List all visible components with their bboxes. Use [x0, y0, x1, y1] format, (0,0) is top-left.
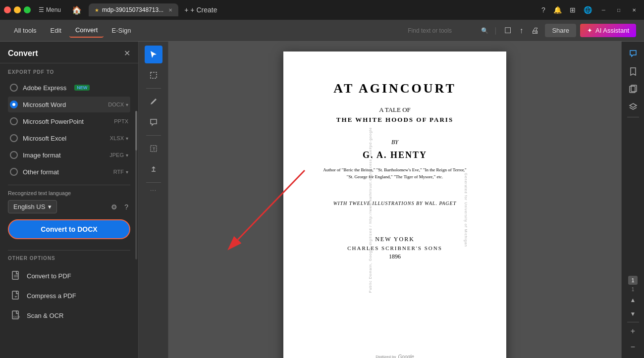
other-radio[interactable]: [10, 168, 18, 176]
powerpoint-option[interactable]: Microsoft PowerPoint PPTX: [8, 113, 130, 129]
sidebar-layers-tool[interactable]: [625, 99, 641, 115]
other-right: RTF ▾: [113, 169, 128, 175]
convert-item[interactable]: Convert: [69, 23, 104, 38]
plus-icon: +: [184, 6, 188, 14]
ai-assistant-button[interactable]: ✦ AI Assistant: [580, 24, 636, 37]
search-input[interactable]: [408, 27, 477, 34]
excel-label: Microsoft Excel: [23, 135, 66, 142]
pdf-credits: Author of "Beric the Briton," "St. Barth…: [323, 166, 466, 181]
help-lang-icon[interactable]: ?: [122, 201, 130, 213]
convert-to-docx-button[interactable]: Convert to DOCX: [8, 219, 130, 239]
marquee-tool[interactable]: [145, 66, 162, 84]
sidebar-pages-tool[interactable]: [625, 81, 641, 97]
image-option[interactable]: Image format JPEG ▾: [8, 147, 130, 163]
other-dropdown-arrow[interactable]: ▾: [126, 169, 128, 175]
svg-rect-6: [151, 72, 157, 78]
sidebar-bookmark-tool[interactable]: [625, 63, 641, 79]
help-icon[interactable]: ?: [539, 4, 547, 16]
image-radio[interactable]: [10, 151, 18, 159]
browser-actions: ? 🔔 ⊞ 🌐 ─ □ ✕: [539, 4, 640, 16]
page-down-button[interactable]: ▼: [625, 308, 641, 320]
svg-text:OCR: OCR: [13, 315, 20, 318]
word-dropdown-arrow[interactable]: ▾: [126, 102, 128, 107]
sidebar-comment-tool[interactable]: [625, 46, 641, 61]
minimize-win-icon[interactable]: ─: [598, 5, 609, 15]
panel-close-button[interactable]: ✕: [124, 49, 130, 58]
app-toolbar: All tools Edit Convert E-Sign 🔍 | ☐ ↑ 🖨 …: [0, 20, 644, 42]
all-tools-item[interactable]: All tools: [8, 24, 43, 37]
image-right: JPEG ▾: [109, 152, 128, 158]
word-label: Microsoft Word: [23, 101, 66, 108]
esign-item[interactable]: E-Sign: [106, 24, 137, 37]
image-dropdown-arrow[interactable]: ▾: [126, 153, 128, 158]
minimize-button[interactable]: [14, 6, 21, 13]
pdf-icon: [10, 270, 22, 282]
pdf-viewer: Public Domain, Google-digitized / http:/…: [168, 42, 621, 358]
bookmark-icon[interactable]: ☐: [502, 24, 513, 37]
apps-icon[interactable]: ⊞: [568, 4, 578, 16]
adobe-express-option[interactable]: Adobe Express NEW: [8, 80, 130, 96]
excel-radio[interactable]: [10, 134, 18, 142]
settings-icon[interactable]: ⚙: [109, 201, 119, 213]
cursor-tool[interactable]: [145, 46, 162, 63]
zoom-in-button[interactable]: +: [625, 324, 641, 338]
ocr-icon: OCR: [10, 309, 22, 321]
other-format-option[interactable]: Other format RTF ▾: [8, 164, 130, 180]
ppt-radio[interactable]: [10, 117, 18, 125]
scan-ocr-option[interactable]: OCR Scan & OCR: [8, 306, 130, 325]
sidebar-divider: [627, 117, 639, 117]
other-format: RTF: [113, 169, 124, 175]
pdf-city: NEW YORK: [375, 236, 415, 243]
comment-tool[interactable]: [145, 113, 162, 131]
close-win-icon[interactable]: ✕: [628, 5, 640, 15]
language-select[interactable]: English US ▾: [8, 200, 57, 213]
more-tools[interactable]: ···: [150, 187, 157, 194]
image-left: Image format: [10, 151, 61, 159]
new-tab-button[interactable]: + + Create: [180, 4, 221, 16]
compress-pdf-option[interactable]: Compress a PDF: [8, 286, 130, 306]
toolbar-right: ☐ ↑ 🖨 Share ✦ AI Assistant: [502, 24, 636, 37]
thumbnail-strip: T ···: [139, 42, 168, 358]
active-tab[interactable]: ★ mdp-3901507348713... ✕: [89, 3, 178, 16]
close-button[interactable]: [4, 6, 11, 13]
scroll-thumb[interactable]: [135, 111, 137, 151]
tab-close-button[interactable]: ✕: [168, 7, 172, 13]
panel-header: Convert ✕: [0, 42, 138, 63]
adobe-express-radio[interactable]: [10, 84, 18, 92]
maximize-button[interactable]: [24, 6, 31, 13]
panel-divider: [8, 185, 130, 185]
print-icon[interactable]: 🖨: [529, 24, 541, 37]
word-radio[interactable]: [10, 101, 18, 108]
share-button[interactable]: Share: [545, 24, 576, 37]
lang-section-label: Recognized text language: [8, 190, 130, 196]
pen-tool[interactable]: [145, 93, 162, 110]
adobe-express-label: Adobe Express: [23, 84, 66, 92]
stamp-tool[interactable]: [145, 160, 162, 178]
tool-separator-1: [146, 88, 161, 89]
pdf-year: 1896: [389, 253, 401, 260]
upload-icon[interactable]: ↑: [517, 24, 525, 37]
excel-left: Microsoft Excel: [10, 134, 66, 142]
home-button[interactable]: 🏠: [69, 3, 85, 17]
other-left: Other format: [10, 168, 59, 176]
tool-separator-2: [146, 135, 161, 136]
zoom-out-button[interactable]: −: [625, 340, 641, 354]
bell-icon[interactable]: 🔔: [551, 4, 564, 16]
pdf-watermark-left: Public Domain, Google-digitized / http:/…: [369, 127, 372, 293]
other-options-divider: [8, 250, 130, 251]
search-area: 🔍: [408, 27, 488, 34]
maximize-win-icon[interactable]: □: [613, 5, 624, 15]
page-up-button[interactable]: ▲: [625, 294, 641, 306]
search-icon[interactable]: 🔍: [481, 27, 488, 34]
digitized-by-label: Digitized by: [376, 355, 396, 358]
panel-scroll: EXPORT PDF TO Adobe Express NEW Microsof…: [0, 63, 138, 358]
globe-icon[interactable]: 🌐: [582, 4, 594, 16]
text-box-tool[interactable]: T: [145, 140, 162, 157]
excel-option[interactable]: Microsoft Excel XLSX ▾: [8, 130, 130, 146]
edit-item[interactable]: Edit: [45, 24, 67, 37]
tab-bar: ★ mdp-3901507348713... ✕ + + Create: [89, 3, 536, 16]
excel-dropdown-arrow[interactable]: ▾: [126, 136, 128, 141]
word-option[interactable]: Microsoft Word DOCX ▾: [8, 97, 130, 112]
menu-button[interactable]: ☰ Menu: [35, 4, 65, 15]
convert-to-pdf-option[interactable]: Convert to PDF: [8, 266, 130, 286]
